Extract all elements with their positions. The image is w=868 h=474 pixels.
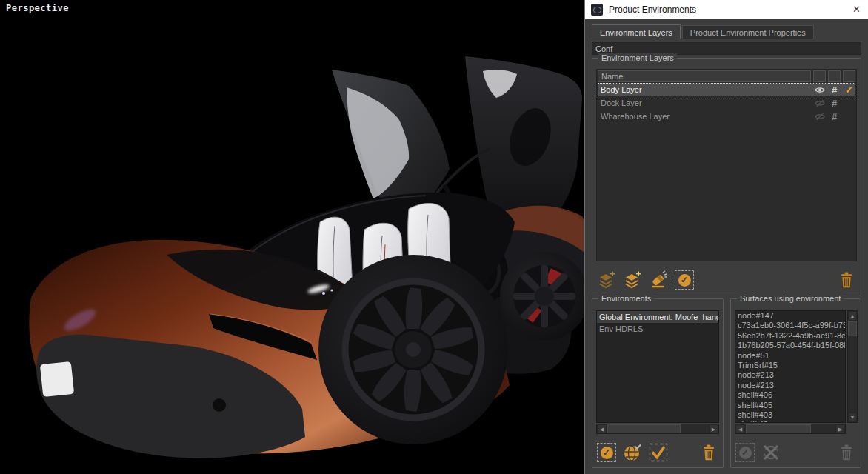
group-title: Environment Layers: [598, 53, 677, 62]
scroll-thumb[interactable]: [746, 424, 811, 433]
delete-environment-button[interactable]: [699, 443, 718, 462]
rename-layer-button[interactable]: [649, 270, 668, 290]
scroll-track[interactable]: [607, 424, 709, 433]
tab-environment-layers[interactable]: Environment Layers: [592, 24, 681, 39]
group-title: Environments: [598, 294, 654, 303]
horizontal-scrollbar[interactable]: ◀ ▶: [735, 424, 846, 434]
hash-icon[interactable]: #: [828, 84, 841, 96]
vertical-scrollbar[interactable]: ▲ ▼: [847, 310, 858, 423]
check-select-icon: [649, 443, 668, 462]
layer-row-body[interactable]: Body Layer # ✓: [598, 83, 855, 96]
layer-table[interactable]: Name Body Layer # ✓ Dock Layer: [596, 69, 857, 261]
layer-table-header: Name: [598, 70, 855, 82]
assign-environment-button[interactable]: [649, 443, 668, 462]
list-item[interactable]: shell#406: [735, 390, 845, 400]
environments-toolbar: ✓: [597, 441, 718, 464]
circle-check-icon: ✓: [678, 274, 691, 287]
scroll-left-icon[interactable]: ◀: [735, 424, 745, 433]
layer-name: Dock Layer: [598, 99, 811, 107]
select-surface-objects-button-disabled[interactable]: ✓: [735, 443, 755, 462]
list-item[interactable]: shell#403: [735, 410, 845, 420]
panel-content: Environment Layers Product Environment P…: [585, 19, 868, 474]
name-column-header[interactable]: Name: [598, 70, 811, 82]
environments-list[interactable]: Global Environment: Moofe_hangar_20 Env …: [596, 310, 719, 423]
close-icon[interactable]: ✕: [851, 4, 862, 15]
list-item[interactable]: 1b76b205-57a0-454f-b15f-088169e: [735, 341, 845, 350]
surfaces-group: Surfaces using environment node#147 c73a…: [730, 298, 861, 468]
car-render: [0, 0, 584, 474]
surfaces-list[interactable]: node#147 c73a1eb0-3061-4f5c-a99f-b733c92…: [735, 310, 846, 423]
group-title: Surfaces using environment: [737, 294, 844, 303]
delete-surface-assignment-button-disabled[interactable]: [837, 443, 856, 462]
add-sublayer-button[interactable]: [623, 270, 642, 290]
circle-check-icon: ✓: [739, 447, 752, 459]
select-layer-objects-button[interactable]: ✓: [675, 270, 694, 290]
scroll-right-icon[interactable]: ▶: [835, 424, 845, 433]
trash-icon: [838, 444, 855, 461]
add-layer-icon: [597, 270, 616, 290]
3d-viewport[interactable]: Perspective: [0, 0, 584, 474]
list-item[interactable]: Env HDRLS: [597, 323, 718, 335]
scroll-thumb[interactable]: [848, 321, 857, 336]
layer-name: Wharehouse Layer: [598, 112, 811, 121]
trash-icon: [700, 444, 718, 461]
product-environments-window: Product Environments ✕ Environment Layer…: [584, 0, 868, 474]
list-item[interactable]: node#147: [735, 311, 845, 321]
scroll-up-icon[interactable]: ▲: [848, 311, 857, 321]
list-item[interactable]: node#213: [735, 370, 845, 380]
scroll-track[interactable]: [745, 424, 835, 433]
scroll-track[interactable]: [848, 321, 857, 413]
globe-check-icon: [623, 443, 642, 462]
eraser-icon: [649, 270, 668, 290]
scroll-down-icon[interactable]: ▼: [848, 413, 857, 422]
visibility-column-header[interactable]: [813, 70, 826, 82]
environments-group: Environments Global Environment: Moofe_h…: [592, 298, 724, 468]
circle-check-icon: ✓: [601, 447, 613, 459]
scroll-left-icon[interactable]: ◀: [597, 424, 607, 433]
layer-toolbar: ✓: [597, 268, 856, 292]
eye-icon[interactable]: [813, 86, 826, 94]
trash-icon: [838, 271, 855, 289]
list-item[interactable]: node#51: [735, 351, 845, 361]
set-global-environment-button[interactable]: [623, 443, 642, 462]
hash-icon[interactable]: #: [828, 98, 841, 109]
window-titlebar[interactable]: Product Environments ✕: [585, 0, 868, 19]
hash-icon[interactable]: #: [828, 111, 841, 122]
delete-layer-button[interactable]: [837, 270, 856, 290]
unassign-environment-button-disabled[interactable]: [761, 443, 781, 462]
list-item[interactable]: TrimSrf#15: [735, 361, 845, 370]
list-item[interactable]: node#213: [735, 381, 845, 390]
eye-slash-icon[interactable]: [813, 113, 826, 121]
list-item[interactable]: Global Environment: Moofe_hangar_20: [597, 311, 718, 323]
viewport-label: Perspective: [6, 3, 69, 13]
horizontal-scrollbar[interactable]: ◀ ▶: [596, 424, 719, 434]
active-column-header[interactable]: [843, 70, 855, 82]
scroll-right-icon[interactable]: ▶: [709, 424, 718, 433]
list-item[interactable]: shell#405: [735, 401, 845, 410]
layer-row-dock[interactable]: Dock Layer #: [598, 96, 855, 110]
hash-column-header[interactable]: [828, 70, 841, 82]
sync-cross-icon: [761, 443, 781, 462]
list-item[interactable]: c73a1eb0-3061-4f5c-a99f-b733c92: [735, 321, 845, 330]
layer-name: Body Layer: [598, 85, 811, 94]
tab-product-environment-properties[interactable]: Product Environment Properties: [682, 25, 814, 39]
check-icon[interactable]: ✓: [843, 84, 855, 96]
select-environment-objects-button[interactable]: ✓: [597, 443, 616, 462]
scroll-thumb[interactable]: [607, 424, 681, 433]
eye-slash-icon[interactable]: [813, 99, 826, 107]
surfaces-toolbar: ✓: [735, 441, 856, 464]
app-icon: [591, 4, 603, 16]
tab-bar: Environment Layers Product Environment P…: [592, 24, 815, 39]
window-title: Product Environments: [609, 4, 851, 15]
list-item[interactable]: 56eb2b7f-1322-4a9b-ae91-8eeda49: [735, 331, 845, 341]
list-item[interactable]: shell#40: [735, 420, 845, 423]
layer-row-wharehouse[interactable]: Wharehouse Layer #: [598, 110, 855, 123]
add-layer-button[interactable]: [597, 270, 616, 290]
environment-layers-group: Environment Layers Name Body Layer # ✓: [592, 58, 861, 296]
add-sublayer-icon: [623, 270, 642, 290]
